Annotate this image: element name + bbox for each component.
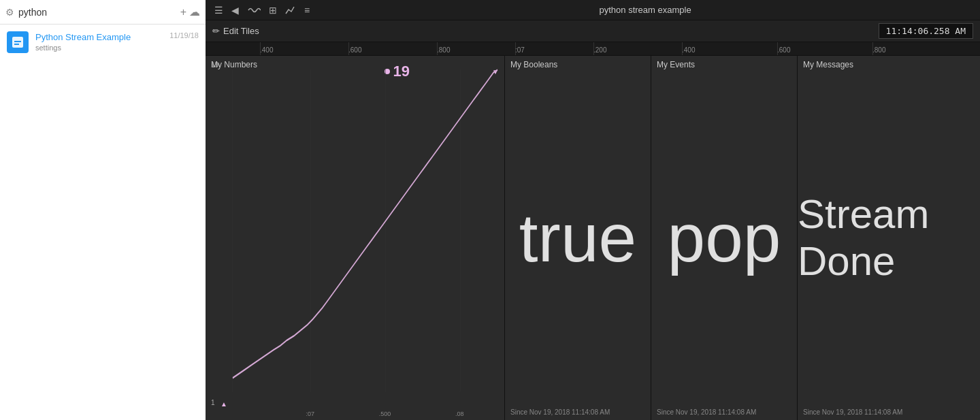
- grid-button[interactable]: ⊞: [265, 3, 280, 18]
- toolbar: ☰ ◀ ⊞ ≡ python stream example: [206, 0, 980, 20]
- booleans-value: true: [505, 56, 651, 406]
- add-icons: + ☁: [180, 5, 200, 18]
- ruler-tick-5: .200: [593, 46, 606, 54]
- tiles-area: My Numbers 19 1 19 :07 .500 .08 ▲ ▼: [206, 56, 980, 420]
- menu-button[interactable]: ☰: [211, 3, 227, 18]
- list-button[interactable]: ≡: [301, 3, 313, 18]
- numbers-tile: My Numbers 19 1 19 :07 .500 .08 ▲ ▼: [206, 56, 505, 420]
- events-tile: My Events pop Since Nov 19, 2018 11:14:0…: [651, 56, 798, 420]
- stream-avatar: [7, 31, 29, 53]
- collapse-button[interactable]: ◀: [228, 3, 242, 18]
- events-value: pop: [651, 56, 797, 406]
- svg-rect-1: [14, 41, 21, 42]
- messages-tile-title: My Messages: [798, 56, 859, 71]
- chart-body: 19 1 19 :07 .500 .08 ▲ ▼: [206, 56, 504, 420]
- time-display: 11:14:06.258 AM: [879, 23, 973, 39]
- events-since: Since Nov 19, 2018 11:14:08 AM: [651, 406, 797, 420]
- messages-tile: My Messages Stream Done Since Nov 19, 20…: [798, 56, 980, 420]
- edit-tiles-label[interactable]: ✏ Edit Tiles: [212, 26, 259, 36]
- events-tile-title: My Events: [651, 56, 700, 71]
- ruler-tick-2: .600: [348, 46, 361, 54]
- booleans-tile-title: My Booleans: [505, 56, 563, 71]
- sidebar: ⚙ + ☁ Python Stream Example settings 11/…: [0, 0, 206, 420]
- stream-info: Python Stream Example settings: [35, 31, 163, 52]
- pencil-icon: ✏: [212, 26, 220, 36]
- stream-settings-label[interactable]: settings: [35, 44, 163, 52]
- booleans-tile: My Booleans true Since Nov 19, 2018 11:1…: [505, 56, 651, 420]
- chart-button[interactable]: [282, 3, 299, 17]
- toolbar-left: ☰ ◀ ⊞ ≡: [211, 3, 313, 18]
- booleans-since: Since Nov 19, 2018 11:14:08 AM: [505, 406, 651, 420]
- toolbar-title: python stream example: [316, 5, 975, 15]
- search-bar: ⚙ + ☁: [0, 0, 206, 25]
- add-icon[interactable]: +: [180, 6, 186, 18]
- stream-list-item[interactable]: Python Stream Example settings 11/19/18: [0, 25, 206, 60]
- ruler-tick-7: .600: [777, 46, 790, 54]
- chart-svg: [206, 56, 504, 420]
- timeline-ruler: .400 .600 .800 :07 .200 .400 .600 .800: [206, 42, 980, 56]
- stream-name[interactable]: Python Stream Example: [35, 31, 163, 44]
- ruler-tick-4: :07: [515, 46, 525, 54]
- svg-rect-2: [14, 44, 19, 45]
- edit-tiles-text: Edit Tiles: [223, 26, 259, 36]
- edit-tiles-bar: ✏ Edit Tiles 11:14:06.258 AM: [206, 20, 980, 42]
- cloud-icon[interactable]: ☁: [189, 5, 200, 18]
- ruler-tick-3: .800: [437, 46, 450, 54]
- main-panel: ☰ ◀ ⊞ ≡ python stream example ✏ Edit Til…: [206, 0, 980, 420]
- ruler-tick-1: .400: [260, 46, 273, 54]
- stream-button[interactable]: [244, 3, 264, 17]
- messages-value: Stream Done: [798, 56, 980, 406]
- stream-date: 11/19/18: [169, 31, 199, 39]
- search-input[interactable]: [18, 7, 176, 18]
- messages-since: Since Nov 19, 2018 11:14:08 AM: [798, 406, 980, 420]
- ruler-tick-6: .400: [682, 46, 695, 54]
- search-icon: ⚙: [5, 7, 14, 18]
- ruler-tick-8: .800: [872, 46, 885, 54]
